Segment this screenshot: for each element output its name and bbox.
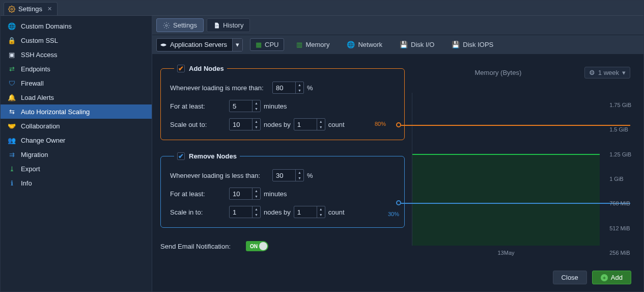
metric-label: CPU bbox=[265, 41, 278, 48]
metric-disk-io[interactable]: 💾 Disk I/O bbox=[395, 39, 439, 50]
memory-line bbox=[412, 154, 600, 155]
add-duration-spinner[interactable]: ▲▼ bbox=[229, 100, 261, 112]
chart-panel: Memory (Bytes) ⚙ 1 week ▾ 80% bbox=[412, 65, 635, 286]
handshake-icon: 🤝 bbox=[8, 122, 16, 130]
y-tick: 768 MiB bbox=[609, 200, 631, 206]
metric-cpu[interactable]: ▦ CPU bbox=[250, 38, 284, 51]
nodes-by-label: nodes by bbox=[264, 208, 291, 216]
spinner-arrows[interactable]: ▲▼ bbox=[252, 188, 260, 199]
subtab-settings[interactable]: Settings bbox=[156, 18, 204, 32]
sidebar-item-auto-horizontal-scaling[interactable]: ⇆Auto Horizontal Scaling bbox=[1, 104, 152, 119]
sidebar-item-label: Collaboration bbox=[21, 122, 60, 130]
sidebar-item-label: Custom SSL bbox=[21, 37, 58, 44]
notification-toggle[interactable]: ON bbox=[246, 241, 268, 251]
add-nodes-panel: ✔ Add Nodes Whenever loading is more tha… bbox=[160, 65, 405, 140]
close-button[interactable]: Close bbox=[553, 271, 587, 284]
remove-duration-spinner[interactable]: ▲▼ bbox=[229, 188, 261, 200]
spinner-arrows[interactable]: ▲▼ bbox=[252, 100, 260, 112]
scaling-icon: ⇆ bbox=[8, 108, 16, 116]
spinner-arrows[interactable]: ▲▼ bbox=[317, 119, 325, 130]
spinner-arrows[interactable]: ▲▼ bbox=[295, 170, 303, 181]
remove-scale-input[interactable] bbox=[230, 206, 252, 218]
minutes-label: minutes bbox=[264, 102, 287, 110]
add-count-spinner[interactable]: ▲▼ bbox=[294, 118, 325, 130]
add-scale-spinner[interactable]: ▲▼ bbox=[229, 118, 261, 130]
add-loading-spinner[interactable]: ▲▼ bbox=[272, 82, 304, 94]
globe-icon: 🌐 bbox=[8, 22, 16, 30]
svg-point-0 bbox=[11, 8, 13, 10]
metric-label: Memory bbox=[305, 41, 329, 48]
sidebar-item-label: Firewall bbox=[21, 79, 44, 87]
sidebar-item-info[interactable]: ℹInfo bbox=[1, 176, 152, 190]
add-duration-input[interactable] bbox=[230, 100, 252, 112]
y-tick: 1.5 GiB bbox=[609, 126, 631, 132]
sidebar-item-collaboration[interactable]: 🤝Collaboration bbox=[1, 119, 152, 133]
migration-icon: ⇉ bbox=[8, 150, 16, 158]
spinner-arrows[interactable]: ▲▼ bbox=[252, 206, 260, 218]
spinner-arrows[interactable]: ▲▼ bbox=[317, 206, 325, 218]
remove-scale-spinner[interactable]: ▲▼ bbox=[229, 206, 261, 218]
metric-memory[interactable]: ▥ Memory bbox=[291, 39, 334, 50]
add-loading-label: Whenever loading is more than: bbox=[170, 84, 269, 92]
gear-icon bbox=[163, 22, 170, 29]
remove-count-input[interactable] bbox=[294, 206, 317, 218]
sidebar-item-endpoints[interactable]: ⇄Endpoints bbox=[1, 62, 152, 76]
sidebar-item-load-alerts[interactable]: 🔔Load Alerts bbox=[1, 90, 152, 104]
remove-loading-spinner[interactable]: ▲▼ bbox=[272, 169, 304, 181]
subtab-history[interactable]: History bbox=[207, 18, 250, 32]
chart-title: Memory (Bytes) bbox=[412, 69, 584, 76]
y-axis: 1.75 GiB 1.5 GiB 1.25 GiB 1 GiB 768 MiB … bbox=[609, 83, 631, 286]
sidebar-item-label: Migration bbox=[21, 151, 48, 158]
add-scale-label: Scale out to: bbox=[170, 121, 226, 128]
sidebar-item-change-owner[interactable]: 👥Change Owner bbox=[1, 133, 152, 147]
spinner-arrows[interactable]: ▲▼ bbox=[252, 119, 260, 130]
sidebar-item-ssh-access[interactable]: ▣SSH Access bbox=[1, 47, 152, 62]
globe-icon: 🌐 bbox=[347, 41, 355, 48]
close-icon[interactable]: ✕ bbox=[47, 6, 52, 12]
add-loading-input[interactable] bbox=[273, 82, 295, 93]
sidebar-item-label: Custom Domains bbox=[21, 22, 72, 30]
sidebar-item-custom-domains[interactable]: 🌐Custom Domains bbox=[1, 19, 152, 33]
metrics-toolbar: Application Servers ▾ ▦ CPU ▥ Memory 🌐 N… bbox=[152, 35, 643, 55]
window-tab-settings[interactable]: Settings ✕ bbox=[4, 2, 58, 15]
lock-icon: 🔒 bbox=[8, 36, 16, 44]
window-tabbar: Settings ✕ bbox=[1, 1, 643, 16]
layer-dropdown[interactable]: Application Servers ▾ bbox=[156, 38, 243, 51]
threshold-down-label: 30% bbox=[388, 211, 399, 217]
remove-count-spinner[interactable]: ▲▼ bbox=[294, 206, 325, 218]
endpoints-icon: ⇄ bbox=[8, 65, 16, 73]
sidebar-item-label: Auto Horizontal Scaling bbox=[21, 108, 90, 116]
metric-label: Disk IOPS bbox=[463, 41, 493, 48]
metric-disk-iops[interactable]: 💾 Disk IOPS bbox=[446, 39, 498, 50]
remove-duration-input[interactable] bbox=[230, 188, 252, 199]
threshold-handle-icon[interactable] bbox=[396, 122, 401, 127]
threshold-line bbox=[401, 125, 630, 126]
remove-scale-label: Scale in to: bbox=[170, 208, 226, 216]
y-tick: 1 GiB bbox=[609, 176, 631, 182]
metric-network[interactable]: 🌐 Network bbox=[342, 39, 387, 50]
sidebar: 🌐Custom Domains 🔒Custom SSL ▣SSH Access … bbox=[1, 16, 152, 291]
export-icon: ⤓ bbox=[8, 165, 16, 173]
spinner-arrows[interactable]: ▲▼ bbox=[295, 82, 303, 93]
percent-label: % bbox=[307, 84, 313, 92]
threshold-handle-icon[interactable] bbox=[396, 200, 401, 205]
add-count-input[interactable] bbox=[294, 119, 317, 130]
subtab-label: History bbox=[223, 21, 243, 29]
add-scale-input[interactable] bbox=[230, 119, 252, 130]
sidebar-item-firewall[interactable]: 🛡Firewall bbox=[1, 76, 152, 90]
add-nodes-checkbox[interactable]: ✔ bbox=[177, 65, 185, 72]
remove-nodes-checkbox[interactable]: ✔ bbox=[177, 152, 185, 160]
sidebar-item-custom-ssl[interactable]: 🔒Custom SSL bbox=[1, 33, 152, 47]
range-value: 1 week bbox=[598, 69, 619, 76]
chevron-down-icon: ▾ bbox=[232, 39, 242, 51]
y-tick: 1.25 GiB bbox=[609, 151, 631, 157]
remove-loading-input[interactable] bbox=[273, 170, 295, 181]
time-range-dropdown[interactable]: ⚙ 1 week ▾ bbox=[584, 67, 630, 78]
sidebar-item-export[interactable]: ⤓Export bbox=[1, 162, 152, 176]
add-button[interactable]: + Add bbox=[592, 271, 631, 284]
toggle-state: ON bbox=[250, 244, 258, 249]
sidebar-item-label: SSH Access bbox=[21, 51, 58, 59]
sidebar-item-migration[interactable]: ⇉Migration bbox=[1, 147, 152, 162]
y-tick: 512 MiB bbox=[609, 225, 631, 231]
document-icon bbox=[213, 22, 220, 29]
